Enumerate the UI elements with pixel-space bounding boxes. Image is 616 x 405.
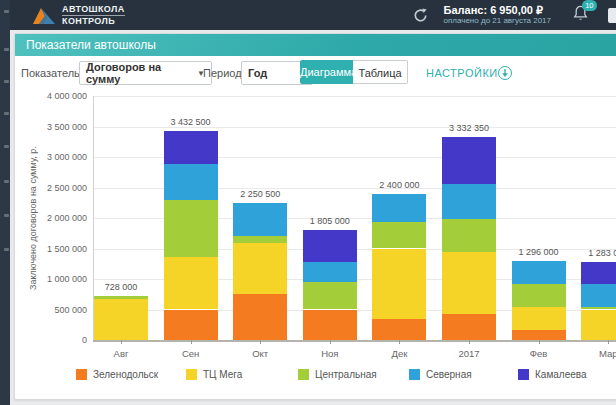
bar-segment[interactable] — [303, 282, 357, 309]
bar-segment[interactable] — [372, 319, 426, 340]
user-menu-cutoff[interactable] — [608, 8, 616, 23]
bar-segment[interactable] — [512, 330, 566, 340]
refresh-icon[interactable] — [413, 8, 428, 23]
x-axis-line — [93, 340, 616, 342]
legend-item[interactable]: Зеленодольск — [76, 369, 158, 380]
bar-segment[interactable] — [442, 314, 496, 340]
download-chart-icon[interactable] — [498, 66, 512, 80]
bar-segment[interactable] — [233, 294, 287, 340]
bar-segment[interactable] — [164, 164, 218, 200]
y-tick-label: 3 500 000 — [15, 122, 87, 132]
metric-select[interactable]: Договоров на сумму ▼ — [79, 61, 212, 85]
bar-total-label: 2 250 500 — [215, 189, 305, 199]
gridline — [93, 127, 616, 128]
bar-segment[interactable] — [581, 284, 616, 307]
bar-segment[interactable] — [164, 131, 218, 164]
bar-segment[interactable] — [94, 296, 148, 300]
bar-segment[interactable] — [233, 236, 287, 243]
balance-block: Баланс: 6 950,00 ₽ оплачено до 21 август… — [444, 4, 551, 26]
x-tick-label: Фев — [504, 348, 574, 359]
y-tick-label: 3 000 000 — [15, 152, 87, 162]
bar-segment[interactable] — [372, 194, 426, 223]
panel-title: Показатели автошколы — [15, 34, 616, 56]
period-select-value: Год — [248, 67, 267, 79]
x-tick-label: Ноя — [295, 348, 365, 359]
view-table-button[interactable]: Таблица — [353, 60, 408, 84]
gridline — [93, 96, 616, 97]
bar-segment[interactable] — [512, 284, 566, 307]
app-logo[interactable]: АВТОШКОЛА КОНТРОЛЬ — [32, 4, 125, 26]
x-tick-mark — [539, 340, 540, 344]
bar-segment[interactable] — [164, 200, 218, 257]
bar-segment[interactable] — [442, 184, 496, 219]
y-tick-label: 2 000 000 — [15, 213, 87, 223]
x-tick-mark — [399, 340, 400, 344]
legend-label: Камалеева — [535, 369, 587, 380]
x-tick-mark — [608, 340, 609, 344]
bar-segment[interactable] — [442, 252, 496, 315]
balance-paid-until: оплачено до 21 августа 2017 — [444, 16, 551, 26]
sidebar-icon-fragment — [4, 180, 9, 183]
legend-color-swatch — [518, 369, 529, 380]
sidebar-icon-fragment — [4, 48, 9, 51]
legend-item[interactable]: Центральная — [298, 369, 377, 380]
metric-select-value: Договоров на сумму — [86, 61, 191, 85]
sidebar-icon-fragment — [4, 214, 9, 217]
bar-total-label: 3 432 500 — [146, 117, 236, 127]
x-tick-mark — [121, 340, 122, 344]
bar-segment[interactable] — [581, 310, 616, 341]
bar-segment[interactable] — [233, 203, 287, 237]
legend-color-swatch — [298, 369, 309, 380]
legend-item[interactable]: Камалеева — [518, 369, 587, 380]
bar-total-label: 3 332 350 — [424, 123, 514, 133]
bar-total-label: 1 283 000 — [563, 248, 616, 258]
legend-color-swatch — [409, 369, 420, 380]
x-tick-label: Окт — [225, 348, 295, 359]
bar-segment[interactable] — [164, 310, 218, 341]
bar-segment[interactable] — [303, 310, 357, 341]
legend-label: ТЦ Мега — [203, 369, 242, 380]
bar-total-label: 728 000 — [76, 282, 166, 292]
bar-segment[interactable] — [372, 249, 426, 320]
settings-link[interactable]: НАСТРОЙКИ — [426, 56, 498, 90]
x-tick-label: 2017 — [434, 348, 504, 359]
logo-triangle-icon — [32, 5, 56, 25]
y-tick-label: 0 — [15, 335, 87, 345]
legend-label: Центральная — [315, 369, 377, 380]
bar-segment[interactable] — [303, 230, 357, 262]
stacked-bar-chart: Заключено договоров на сумму, р. 0500 00… — [15, 91, 616, 397]
legend-item[interactable]: ТЦ Мега — [186, 369, 242, 380]
view-chart-button[interactable]: Диаграмма — [300, 60, 353, 84]
notifications-button[interactable]: 10 — [573, 5, 588, 25]
bar-segment[interactable] — [581, 262, 616, 285]
sidebar-icon-fragment — [4, 112, 9, 115]
bar-segment[interactable] — [442, 137, 496, 184]
bar-segment[interactable] — [372, 222, 426, 248]
bar-segment[interactable] — [442, 219, 496, 251]
sidebar-icon-fragment — [4, 248, 9, 251]
y-tick-label: 1 500 000 — [15, 244, 87, 254]
bar-segment[interactable] — [94, 299, 148, 340]
notification-count-badge: 10 — [582, 0, 597, 11]
bar-segment[interactable] — [164, 257, 218, 309]
balance-amount: Баланс: 6 950,00 ₽ — [444, 4, 551, 16]
left-sidebar[interactable] — [0, 0, 10, 405]
bar-segment[interactable] — [233, 243, 287, 294]
sidebar-icon-fragment — [4, 80, 9, 83]
bar-segment[interactable] — [303, 262, 357, 282]
bar-total-label: 1 805 000 — [285, 216, 375, 226]
top-header: АВТОШКОЛА КОНТРОЛЬ Баланс: 6 950,00 ₽ оп… — [10, 0, 616, 30]
x-tick-label: Авг — [86, 348, 156, 359]
bar-segment[interactable] — [512, 307, 566, 330]
legend-label: Зеленодольск — [93, 369, 158, 380]
metric-label: Показатель — [21, 56, 80, 90]
bar-segment[interactable] — [512, 261, 566, 284]
x-tick-label: Сен — [156, 348, 226, 359]
x-tick-mark — [330, 340, 331, 344]
legend-item[interactable]: Северная — [409, 369, 472, 380]
x-tick-label: Мар — [573, 348, 616, 359]
legend-color-swatch — [76, 369, 87, 380]
y-tick-label: 2 500 000 — [15, 183, 87, 193]
bar-segment[interactable] — [581, 307, 616, 309]
metrics-panel: Показатели автошколы Показатель Договоро… — [14, 33, 616, 400]
